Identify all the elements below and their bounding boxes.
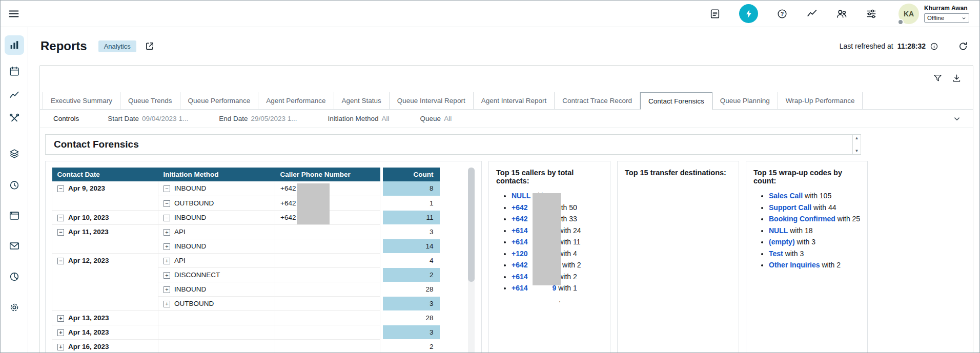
wrapup-link[interactable]: Sales Call [769, 192, 803, 200]
tab-queue-performance[interactable]: Queue Performance [180, 92, 259, 109]
sidebar-item-history[interactable] [5, 175, 24, 195]
sidebar-item-settings[interactable] [5, 298, 24, 317]
collapse-toggle-icon[interactable]: − [57, 229, 64, 236]
caller-link[interactable]: +614 [512, 226, 528, 235]
collapse-toggle-icon[interactable]: − [57, 185, 64, 192]
stepper-down-icon[interactable]: ▼ [855, 149, 859, 153]
expand-toggle-icon[interactable]: + [57, 344, 64, 350]
sidebar-nav [1, 27, 28, 352]
filter-value: All [382, 115, 390, 122]
external-link-icon[interactable] [145, 41, 155, 51]
analytics-badge[interactable]: Analytics [98, 40, 136, 52]
count-cell: 28 [383, 282, 440, 296]
section-scroll-stepper[interactable]: ▲▼ [852, 135, 861, 154]
filter-icon[interactable] [933, 73, 943, 83]
user-name: Khurram Awan [924, 5, 969, 12]
expand-toggle-icon[interactable]: + [164, 286, 170, 293]
caller-link[interactable]: +642 [512, 215, 528, 223]
caller-link[interactable]: NULL [512, 192, 530, 200]
pivot-table-card: Contact DateInitiation MethodCaller Phon… [45, 161, 482, 353]
wrapup-link[interactable]: Booking Confirmed [769, 215, 835, 223]
chevron-down-icon[interactable] [952, 114, 962, 123]
wrapup-item: NULL with 18 [769, 225, 863, 237]
refresh-icon[interactable] [958, 41, 968, 51]
scrollbar-thumb[interactable] [468, 168, 475, 282]
collapse-toggle-icon[interactable]: − [57, 258, 64, 264]
sidebar-item-window[interactable] [5, 206, 24, 225]
phone-cell [275, 325, 380, 339]
tab-queue-planning[interactable]: Queue Planning [712, 92, 778, 109]
panel-title: Top 15 wrap-up codes by count: [753, 169, 863, 185]
table-scrollbar[interactable] [468, 168, 475, 353]
count-cell: 2 [383, 267, 440, 282]
hamburger-menu-icon[interactable] [8, 8, 20, 20]
expand-toggle-icon[interactable]: + [164, 229, 170, 236]
collapse-toggle-icon[interactable]: − [164, 215, 170, 221]
caller-link[interactable]: +120 [512, 250, 528, 258]
collapse-toggle-icon[interactable]: − [57, 215, 64, 221]
filter-queue[interactable]: QueueAll [420, 115, 452, 122]
topbar: ? KA Khurram Awan Offline [1, 1, 979, 27]
expand-toggle-icon[interactable]: + [164, 272, 170, 279]
wrapup-link[interactable]: Test [769, 250, 783, 258]
collapse-toggle-icon[interactable]: − [164, 185, 170, 192]
caller-link[interactable]: +614 [512, 238, 528, 246]
tab-wrap-up-performance[interactable]: Wrap-Up Performance [778, 92, 863, 109]
caller-link[interactable]: +614 [512, 284, 528, 292]
collapse-toggle-icon[interactable]: − [164, 200, 170, 207]
tab-contract-trace-record[interactable]: Contract Trace Record [555, 92, 640, 109]
sidebar-item-tools[interactable] [5, 108, 24, 128]
status-select[interactable]: Offline [924, 13, 969, 23]
window-icon [9, 210, 20, 221]
filter-start-date[interactable]: Start Date09/04/2023 1... [108, 115, 188, 122]
sidebar-item-layers[interactable] [5, 144, 24, 163]
caller-link[interactable]: +642 [512, 203, 528, 212]
wrapup-link[interactable]: Other Inquiries [769, 261, 820, 269]
expand-toggle-icon[interactable]: + [164, 243, 170, 250]
topbar-actions: ? KA Khurram Awan Offline [709, 4, 969, 24]
method-cell [158, 310, 275, 325]
sliders-icon[interactable] [866, 8, 877, 19]
pie-chart-icon [9, 271, 20, 282]
filter-label: Queue [420, 115, 441, 122]
tab-agent-performance[interactable]: Agent Performance [258, 92, 334, 109]
expand-toggle-icon[interactable]: + [57, 315, 64, 322]
method-cell: +INBOUND [158, 282, 275, 296]
date-cell: +Apr 13, 2023 [52, 310, 158, 325]
metrics-icon[interactable] [806, 8, 818, 19]
notepad-icon[interactable] [709, 8, 721, 19]
tab-agent-interval-report[interactable]: Agent Interval Report [474, 92, 555, 109]
tab-queue-trends[interactable]: Queue Trends [120, 92, 180, 109]
table-row: +Apr 16, 20232 [52, 339, 440, 353]
download-icon[interactable] [952, 73, 962, 83]
tab-contact-forensics[interactable]: Contact Forensics [640, 92, 712, 110]
expand-toggle-icon[interactable]: + [57, 329, 64, 336]
caller-link[interactable]: +614 [512, 273, 528, 281]
wrapup-link[interactable]: NULL [769, 226, 788, 235]
sidebar-item-line-chart[interactable] [5, 85, 24, 105]
avatar[interactable]: KA [899, 4, 919, 24]
method-cell [158, 339, 275, 353]
sidebar-item-calendar[interactable] [5, 61, 24, 81]
tab-queue-interval-report[interactable]: Queue Interval Report [390, 92, 474, 109]
history-icon [9, 179, 20, 191]
sidebar-item-bar-chart[interactable] [5, 35, 24, 55]
tab-agent-status[interactable]: Agent Status [334, 92, 390, 109]
users-icon[interactable] [836, 8, 847, 19]
tab-executive-summary[interactable]: Executive Summary [43, 92, 120, 109]
section-title: Contact Forensics [54, 139, 139, 150]
stepper-up-icon[interactable]: ▲ [855, 136, 859, 140]
filter-end-date[interactable]: End Date29/05/2023 1... [219, 115, 297, 122]
info-icon[interactable] [930, 42, 938, 51]
expand-toggle-icon[interactable]: + [164, 301, 170, 307]
caller-link[interactable]: +642 [512, 261, 528, 269]
method-cell: −INBOUND [158, 181, 275, 196]
expand-toggle-icon[interactable]: + [164, 258, 170, 264]
sidebar-item-mail[interactable] [5, 236, 24, 256]
lightning-icon[interactable] [739, 4, 758, 23]
filter-initiation-method[interactable]: Initiation MethodAll [328, 115, 390, 122]
wrapup-link[interactable]: Support Call [769, 203, 811, 212]
sidebar-item-pie-chart[interactable] [5, 267, 24, 286]
help-icon[interactable]: ? [777, 8, 788, 19]
wrapup-link[interactable]: (empty) [769, 238, 795, 246]
